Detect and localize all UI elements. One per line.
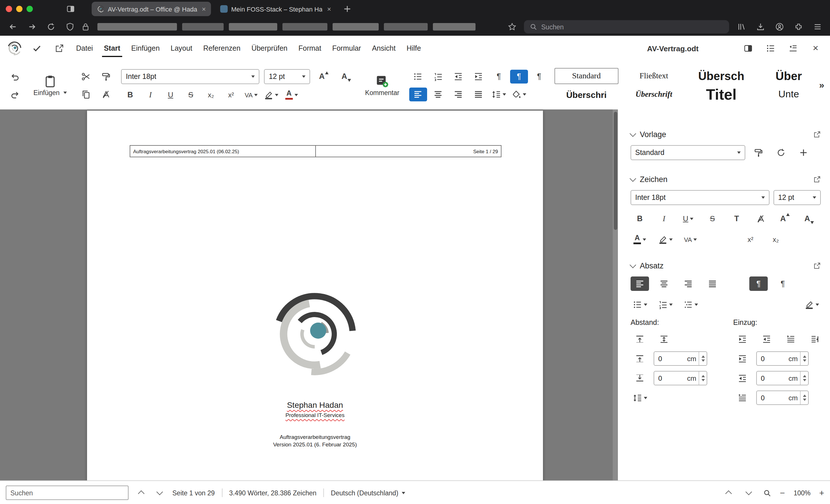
- paragraph-style-combo[interactable]: Standard: [631, 145, 745, 160]
- subscript-button[interactable]: x₂: [202, 88, 220, 102]
- paragraph-background-button[interactable]: [510, 87, 528, 101]
- account-icon[interactable]: [772, 21, 786, 33]
- bold-button[interactable]: B: [631, 211, 649, 226]
- cut-button[interactable]: [77, 69, 95, 83]
- character-spacing-button[interactable]: VA: [243, 88, 260, 102]
- bullet-list-button[interactable]: [409, 69, 427, 83]
- search-previous-button[interactable]: [135, 487, 147, 499]
- menu-formular[interactable]: Formular: [330, 42, 363, 55]
- back-button[interactable]: [6, 21, 20, 33]
- update-style-button[interactable]: [772, 145, 790, 160]
- sidebar-font-name-combo[interactable]: Inter 18pt: [631, 190, 769, 205]
- new-style-from-selection-button[interactable]: [749, 145, 768, 160]
- redo-button[interactable]: [6, 87, 24, 101]
- style-titel[interactable]: Titel: [689, 87, 753, 103]
- style-ueberschrift-2[interactable]: Überschri: [554, 87, 618, 103]
- paragraph-highlight-button[interactable]: [802, 297, 821, 312]
- grow-font-button[interactable]: A: [315, 69, 333, 83]
- space-above-preset-button[interactable]: [631, 332, 649, 346]
- copy-button[interactable]: [77, 87, 95, 101]
- close-document-icon[interactable]: ×: [808, 41, 823, 55]
- zoom-magnifier-icon[interactable]: [763, 489, 771, 497]
- decrease-indent-button[interactable]: [757, 332, 776, 346]
- menu-referenzen[interactable]: Referenzen: [201, 42, 242, 55]
- add-style-button[interactable]: [794, 145, 813, 160]
- align-left-button[interactable]: [631, 276, 649, 291]
- document-search-input[interactable]: [6, 485, 129, 500]
- space-equal-preset-button[interactable]: [655, 332, 673, 346]
- save-check-icon[interactable]: [29, 41, 44, 55]
- align-left-button[interactable]: [409, 87, 427, 101]
- sidebar-toggle-icon[interactable]: [63, 3, 77, 15]
- document-canvas[interactable]: Auftragsverarbeitungsvertrag 2025.01 (06…: [87, 110, 543, 480]
- stepper[interactable]: [800, 352, 808, 365]
- style-standard[interactable]: Standard: [554, 68, 618, 84]
- align-justify-button[interactable]: [703, 276, 722, 291]
- underline-button[interactable]: U: [679, 211, 697, 226]
- zoom-out-button[interactable]: −: [780, 488, 785, 498]
- library-icon[interactable]: [734, 21, 748, 33]
- section-absatz-header[interactable]: Absatz: [631, 262, 821, 270]
- font-name-combo[interactable]: Inter 18pt: [121, 69, 260, 84]
- space-above-input[interactable]: 0 cm: [653, 351, 707, 366]
- menu-ueberpruefen[interactable]: Überprüfen: [250, 42, 289, 55]
- tab-close-icon[interactable]: ×: [327, 5, 331, 13]
- scrollbar-thumb[interactable]: [613, 112, 617, 230]
- sidebar-font-size-combo[interactable]: 12 pt: [773, 190, 821, 205]
- insert-comment-button[interactable]: Kommentar: [362, 73, 403, 97]
- document-nav-icon[interactable]: [786, 41, 801, 55]
- shrink-font-button[interactable]: A: [338, 69, 355, 83]
- search-next-button[interactable]: [154, 487, 165, 499]
- open-dialog-icon[interactable]: [813, 262, 821, 270]
- section-zeichen-header[interactable]: Zeichen: [631, 175, 821, 184]
- strikethrough-button[interactable]: S: [182, 88, 200, 102]
- menu-ansicht[interactable]: Ansicht: [370, 42, 397, 55]
- clear-formatting-button[interactable]: [752, 211, 770, 226]
- vertical-scrollbar[interactable]: [613, 109, 618, 480]
- subscript-button[interactable]: x₂: [767, 232, 785, 246]
- align-center-button[interactable]: [655, 276, 673, 291]
- toolbar-overflow-chevron[interactable]: »: [819, 80, 824, 91]
- downloads-icon[interactable]: [753, 21, 767, 33]
- italic-button[interactable]: I: [141, 88, 159, 102]
- before-text-indent-input[interactable]: 0 cm: [756, 351, 809, 366]
- menu-layout[interactable]: Layout: [169, 42, 194, 55]
- collapse-down-button[interactable]: [743, 487, 755, 499]
- text-direction-ltr-button[interactable]: ¶: [510, 69, 528, 83]
- align-right-button[interactable]: [450, 87, 468, 101]
- reload-button[interactable]: [44, 21, 58, 33]
- style-ueberschrift-1[interactable]: Übersch: [689, 68, 753, 84]
- stepper[interactable]: [699, 372, 707, 385]
- tab-close-icon[interactable]: ×: [202, 5, 206, 13]
- text-direction-ltr-button[interactable]: ¶: [749, 276, 768, 291]
- bookmark-star-icon[interactable]: [505, 21, 519, 33]
- style-ueberschrift-clipped[interactable]: Über: [757, 68, 813, 84]
- first-line-indent-input[interactable]: 0 cm: [756, 391, 809, 405]
- stepper[interactable]: [800, 391, 808, 404]
- strikethrough-button[interactable]: S: [703, 211, 722, 226]
- forward-button[interactable]: [25, 21, 39, 33]
- formatting-marks-button[interactable]: ¶: [490, 69, 508, 83]
- tracking-shield-icon[interactable]: [63, 21, 77, 33]
- clone-formatting-button[interactable]: [97, 69, 115, 83]
- outline-list-button[interactable]: [681, 297, 700, 312]
- grow-font-button[interactable]: A: [776, 211, 794, 226]
- collapse-up-button[interactable]: [723, 487, 734, 499]
- align-center-button[interactable]: [429, 87, 447, 101]
- underline-button[interactable]: U: [162, 88, 180, 102]
- style-untertitel[interactable]: Unte: [757, 87, 813, 103]
- font-size-combo[interactable]: 12 pt: [264, 69, 310, 84]
- menu-einfuegen[interactable]: Einfügen: [129, 42, 161, 55]
- undo-button[interactable]: [6, 69, 24, 83]
- superscript-button[interactable]: x²: [741, 232, 760, 246]
- after-text-indent-input[interactable]: 0 cm: [756, 371, 809, 385]
- menu-start[interactable]: Start: [102, 42, 122, 55]
- line-spacing-button[interactable]: [631, 391, 649, 405]
- minimize-window-button[interactable]: [16, 6, 23, 12]
- hanging-indent-button[interactable]: [806, 332, 824, 346]
- numbered-list-button[interactable]: [429, 69, 447, 83]
- line-spacing-button[interactable]: [490, 87, 508, 101]
- align-justify-button[interactable]: [470, 87, 488, 101]
- increase-indent-button[interactable]: [733, 332, 752, 346]
- clear-formatting-button[interactable]: [97, 87, 115, 101]
